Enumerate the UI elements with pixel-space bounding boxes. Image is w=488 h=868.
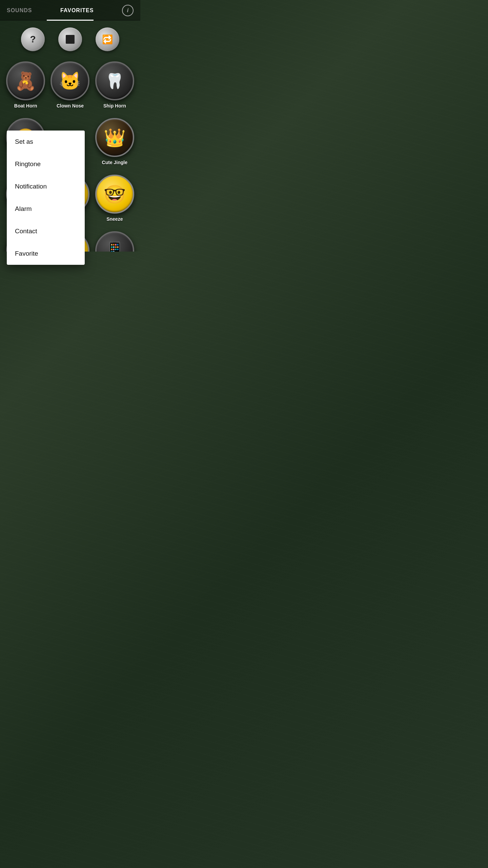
repeat-button[interactable]: 🔁 [96,27,119,51]
clown-nose-icon: 🐱 [59,72,81,90]
bottom-item-3-button[interactable]: 📱 [95,231,134,252]
context-menu-favorite[interactable]: Favorite [7,242,85,265]
list-item[interactable]: 🐱 Clown Nose [48,58,92,115]
info-button[interactable]: i [122,5,134,16]
sneeze-button[interactable]: 🤓 [95,175,134,214]
boat-horn-label: Boat Horn [14,103,37,108]
sneeze-icon: 🤓 [104,185,126,203]
ship-horn-icon: 🦷 [105,74,124,88]
info-icon: i [127,7,128,14]
boat-horn-icon: 🧸 [15,72,37,90]
stop-button[interactable] [58,27,82,51]
tab-sounds[interactable]: SOUNDS [7,7,32,14]
list-item[interactable]: 🧸 Boat Horn [3,58,48,115]
context-menu-set-as: Set as [7,131,85,153]
context-menu-alarm[interactable]: Alarm [7,198,85,220]
ship-horn-label: Ship Horn [103,103,126,108]
stop-icon [66,35,75,44]
sneeze-label: Sneeze [106,216,123,222]
tab-indicator [0,20,140,21]
question-icon: ? [30,34,36,45]
list-item[interactable]: 👑 Cute Jingle [93,115,137,171]
context-menu-ringtone[interactable]: Ringtone [7,153,85,175]
boat-horn-button[interactable]: 🧸 [6,61,45,100]
cute-jingle-button[interactable]: 👑 [95,118,134,157]
unknown-button[interactable]: ? [21,27,45,51]
repeat-icon: 🔁 [102,34,113,45]
clown-nose-button[interactable]: 🐱 [50,61,89,100]
list-item[interactable]: 📱 [93,231,137,252]
controls-row: ? 🔁 [0,21,140,55]
cute-jingle-label: Cute Jingle [102,160,127,165]
ship-horn-button[interactable]: 🦷 [95,61,134,100]
context-menu: Set as Ringtone Notification Alarm Conta… [7,131,85,265]
cute-jingle-icon: 👑 [104,129,126,146]
clown-nose-label: Clown Nose [57,103,84,108]
header: SOUNDS FAVORITES i [0,0,140,20]
tab-favorites[interactable]: FAVORITES [60,7,94,14]
bottom-item-3-icon: 📱 [104,242,126,252]
list-item[interactable]: 🤓 Sneeze [93,171,137,228]
context-menu-notification[interactable]: Notification [7,175,85,198]
list-item[interactable]: 🦷 Ship Horn [93,58,137,115]
context-menu-contact[interactable]: Contact [7,220,85,242]
